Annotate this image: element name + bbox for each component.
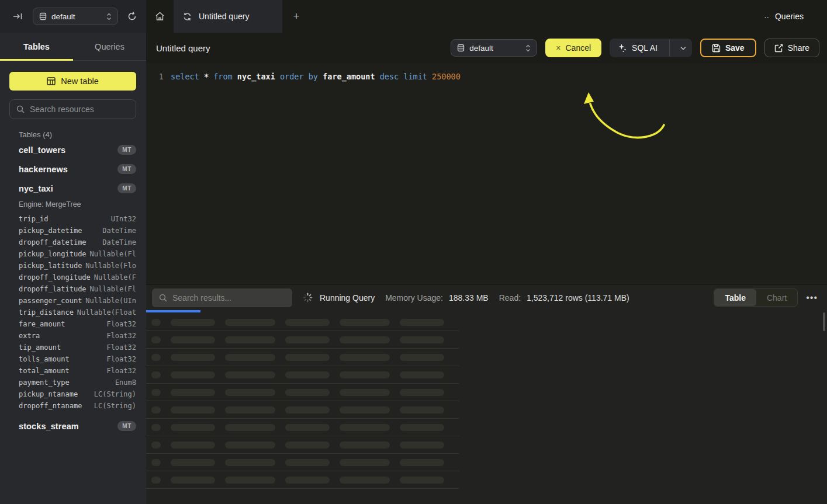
queries-button[interactable]: ‥ Queries [764,0,804,33]
skeleton-pill [285,371,330,378]
skeleton-pill [151,336,161,343]
view-toggle-table[interactable]: Table [714,289,756,306]
view-toggle-chart[interactable]: Chart [756,289,797,306]
share-icon [774,44,783,53]
skeleton-pill [171,442,215,449]
tab-strip: Untitled query + [146,0,310,33]
column-name: dropoff_latitude [19,285,86,293]
column-name: pickup_datetime [19,227,82,235]
sql-ai-label: SQL AI [632,43,658,53]
sidebar-tab-queries[interactable]: Queries [73,33,146,60]
skeleton-pill [151,406,161,413]
skeleton-pill [285,459,330,466]
refresh-button[interactable] [126,11,138,22]
skeleton-pill [151,389,161,396]
column-type: Float32 [40,332,136,340]
skeleton-row [146,314,459,331]
cancel-label: Cancel [566,43,591,53]
engine-badge: MT [117,421,136,431]
chevron-down-icon[interactable] [674,46,692,50]
table-list: cell_towersMThackernewsMTnyc_taxiMTEngin… [0,140,146,436]
new-tab-button[interactable]: + [282,0,310,33]
skeleton-pill [225,424,275,431]
sidebar-table-stocks_stream[interactable]: stocks_streamMT [0,416,146,436]
skeleton-pill [285,424,330,431]
new-table-label: New table [61,77,98,86]
column-row: payment_typeEnum8 [0,377,146,388]
column-name: trip_id [19,215,49,223]
results-panel: Running Query Memory Usage: 188.33 MB Re… [146,284,827,504]
view-toggle: Table Chart [714,289,798,307]
main-panel: Untitled query default × Cancel [146,33,827,504]
column-name: tolls_amount [19,355,70,363]
skeleton-row [146,454,459,471]
new-table-button[interactable]: New table [9,72,136,91]
sidebar-table-hackernews[interactable]: hackernewsMT [0,159,146,179]
column-row: tolls_amountFloat32 [0,353,146,365]
engine-badge: MT [117,145,136,155]
sql-editor[interactable]: 1 select * from nyc_taxi order by fare_a… [146,63,827,284]
tab-untitled-query[interactable]: Untitled query [174,0,282,33]
skeleton-pill [171,354,215,361]
sql-token-keyword: desc limit [380,72,432,81]
line-number: 1 [146,70,171,83]
sql-token-keyword: order by [280,72,323,81]
column-type: Nullable(Fl [86,250,136,258]
column-type: Nullable(Flo [82,262,136,270]
skeleton-pill [400,389,444,396]
skeleton-pill [225,336,275,343]
column-type: UInt32 [49,215,136,223]
skeleton-row [146,366,459,384]
topbar-database-selector[interactable]: default [33,8,118,25]
more-options-button[interactable]: ••• [806,293,818,303]
column-row: total_amountFloat32 [0,365,146,377]
code-line: 1 select * from nyc_taxi order by fare_a… [146,70,827,83]
column-type: Enum8 [70,378,136,387]
results-search-input[interactable] [172,293,285,303]
cancel-button[interactable]: × Cancel [545,39,601,57]
sidebar-tab-tables[interactable]: Tables [0,33,73,60]
skeleton-pill [171,319,215,326]
share-button[interactable]: Share [764,39,819,57]
home-icon [155,12,165,21]
column-name: tip_amount [19,343,61,352]
skeleton-pill [225,406,275,413]
column-type: LC(String) [78,390,136,398]
skeleton-pill [400,442,444,449]
skeleton-row [146,349,459,366]
progress-bar [146,310,200,312]
sidebar-table-cell_towers[interactable]: cell_towersMT [0,140,146,159]
skeleton-pill [285,336,330,343]
table-name: hackernews [19,165,117,174]
skeleton-pill [285,477,330,484]
memory-usage-label: Memory Usage: [385,293,443,303]
page-title: Untitled query [156,43,442,53]
skeleton-pill [285,442,330,449]
sidebar-search-input[interactable] [30,105,129,114]
column-name: dropoff_longitude [19,273,91,281]
skeleton-pill [225,477,275,484]
skeleton-pill [400,424,444,431]
sql-token-ident: * [204,72,213,81]
results-scrollbar[interactable] [823,312,825,331]
collapse-sidebar-button[interactable] [12,11,25,22]
skeleton-pill [400,406,444,413]
sql-code[interactable]: select * from nyc_taxi order by fare_amo… [171,70,461,83]
tab-home[interactable] [146,0,174,33]
skeleton-pill [340,336,390,343]
skeleton-pill [171,406,215,413]
sql-ai-button[interactable]: SQL AI [610,39,692,57]
queries-label: Queries [775,12,804,21]
collapse-sidebar-icon [13,12,23,20]
queries-icon: ‥ [764,11,770,20]
column-type: Nullable(UIn [82,297,136,305]
annotation-arrow [582,89,675,144]
skeleton-pill [340,371,390,378]
share-label: Share [788,43,809,53]
editor-database-selector[interactable]: default [451,39,537,57]
tables-section-label: Tables (4) [19,130,146,139]
save-button[interactable]: Save [700,39,756,57]
editor-database-value: default [469,44,521,53]
sidebar-table-nyc_taxi[interactable]: nyc_taxiMT [0,179,146,198]
column-row: dropoff_latitudeNullable(Fl [0,283,146,295]
